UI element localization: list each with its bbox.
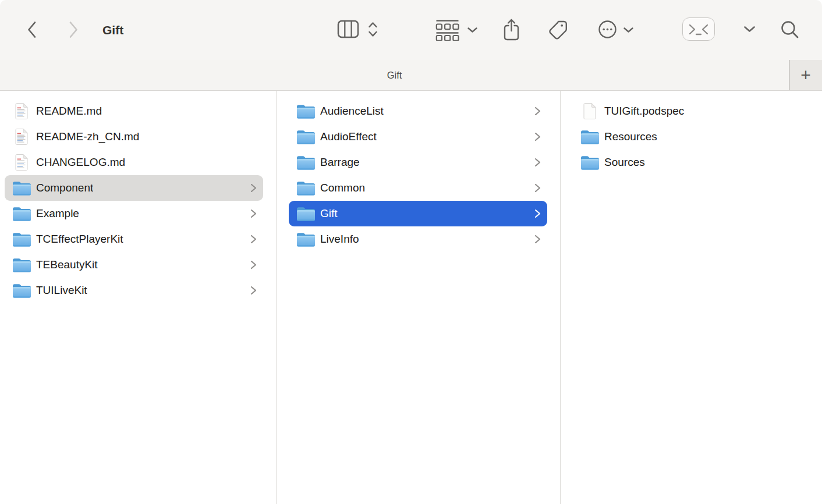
folder-row[interactable]: Sources [573, 150, 809, 175]
item-name: CHANGELOG.md [36, 156, 125, 169]
new-tab-button[interactable]: + [789, 60, 822, 90]
chevron-left-icon [27, 21, 37, 38]
share-button[interactable] [501, 17, 521, 42]
item-name: Resources [604, 130, 657, 143]
item-name: Example [36, 207, 79, 220]
chevron-right-icon [534, 183, 541, 193]
folder-icon [296, 155, 316, 171]
view-mode-button[interactable] [336, 19, 360, 39]
folder-icon [580, 155, 600, 171]
folder-row[interactable]: TEBeautyKit [5, 252, 263, 278]
chevron-down-icon [623, 27, 634, 33]
file-row[interactable]: TUIGift.podspec [573, 98, 809, 124]
folder-icon [296, 129, 316, 145]
chevron-down-icon [743, 26, 756, 33]
item-name: Gift [320, 207, 338, 220]
tab-bar: Gift + [0, 60, 822, 91]
browser-column-3: TUIGift.podspecResourcesSources [561, 91, 822, 504]
chevron-right-icon [250, 285, 257, 296]
item-name: TEBeautyKit [36, 258, 98, 271]
chevron-right-icon [250, 260, 257, 270]
group-by-dropdown[interactable] [466, 24, 479, 35]
item-name: TCEffectPlayerKit [36, 233, 123, 246]
tag-icon [546, 19, 569, 41]
folder-icon [12, 180, 31, 196]
folder-row[interactable]: Component [5, 175, 263, 201]
folder-icon [12, 206, 31, 222]
folder-row[interactable]: Barrage [289, 150, 547, 175]
browser-column-1: README.mdREADME-zh_CN.mdCHANGELOG.mdComp… [0, 91, 277, 504]
browser-column-2: AudienceListAudioEffectBarrageCommonGift… [277, 91, 561, 504]
folder-icon [296, 206, 316, 222]
chevron-right-icon [534, 106, 541, 116]
markdown-file-icon [12, 154, 31, 171]
share-icon [503, 18, 520, 42]
toolbar: Gift [0, 0, 822, 60]
more-actions-button[interactable] [597, 19, 617, 39]
item-name: Component [36, 182, 93, 194]
markdown-file-icon [12, 128, 31, 145]
group-by-icon [435, 19, 459, 41]
search-icon [780, 20, 799, 39]
custom-tool-button[interactable] [682, 17, 715, 41]
item-name: AudienceList [320, 105, 384, 118]
folder-icon [12, 257, 31, 273]
toolbar-overflow-button[interactable] [742, 23, 756, 35]
item-name: Sources [604, 156, 645, 169]
folder-icon [580, 129, 600, 145]
folder-icon [12, 232, 31, 247]
folder-row[interactable]: Gift [289, 201, 547, 226]
folder-row[interactable]: TCEffectPlayerKit [5, 226, 263, 252]
tab-label: Gift [387, 70, 402, 81]
folder-row[interactable]: AudioEffect [289, 124, 547, 150]
item-name: Barrage [320, 156, 360, 169]
chevron-right-icon [250, 208, 257, 219]
item-name: AudioEffect [320, 130, 377, 143]
chevron-right-icon [534, 157, 541, 168]
view-mode-dropdown[interactable] [367, 21, 378, 37]
folder-row[interactable]: AudienceList [289, 98, 547, 124]
folder-row[interactable]: Example [5, 201, 263, 226]
item-name: TUILiveKit [36, 284, 87, 297]
folder-row[interactable]: TUILiveKit [5, 278, 263, 303]
chevron-right-icon [250, 183, 257, 193]
ellipsis-circle-icon [598, 20, 617, 39]
tags-button[interactable] [545, 17, 569, 42]
item-name: LiveInfo [320, 233, 359, 246]
file-row[interactable]: README-zh_CN.md [5, 124, 263, 150]
group-by-button[interactable] [434, 17, 460, 42]
folder-icon [296, 232, 316, 247]
back-button[interactable] [24, 20, 38, 40]
column-view: README.mdREADME-zh_CN.mdCHANGELOG.mdComp… [0, 91, 822, 504]
chevron-right-icon [69, 21, 79, 38]
item-name: TUIGift.podspec [604, 105, 684, 118]
finder-window: Gift [0, 0, 822, 504]
column-view-icon [337, 20, 359, 38]
folder-icon [12, 283, 31, 299]
squint-face-icon [689, 23, 708, 36]
more-actions-dropdown[interactable] [622, 24, 635, 35]
folder-row[interactable]: LiveInfo [289, 226, 547, 252]
chevron-right-icon [534, 208, 541, 219]
file-icon [580, 102, 600, 120]
plus-icon: + [800, 66, 811, 84]
item-name: Common [320, 182, 365, 194]
file-row[interactable]: CHANGELOG.md [5, 150, 263, 175]
tab-gift[interactable]: Gift [0, 60, 789, 90]
chevron-down-icon [467, 27, 478, 33]
chevron-right-icon [534, 132, 541, 142]
item-name: README-zh_CN.md [36, 130, 139, 143]
chevron-right-icon [250, 234, 257, 244]
file-row[interactable]: README.md [5, 98, 263, 124]
markdown-file-icon [12, 102, 31, 120]
chevron-right-icon [534, 234, 541, 244]
folder-row[interactable]: Resources [573, 124, 809, 150]
search-button[interactable] [779, 19, 800, 40]
folder-row[interactable]: Common [289, 175, 547, 201]
folder-icon [296, 180, 316, 196]
folder-icon [296, 104, 316, 119]
chevron-up-down-icon [368, 22, 378, 37]
forward-button[interactable] [66, 20, 80, 40]
item-name: README.md [36, 105, 102, 118]
window-title: Gift [102, 0, 123, 60]
